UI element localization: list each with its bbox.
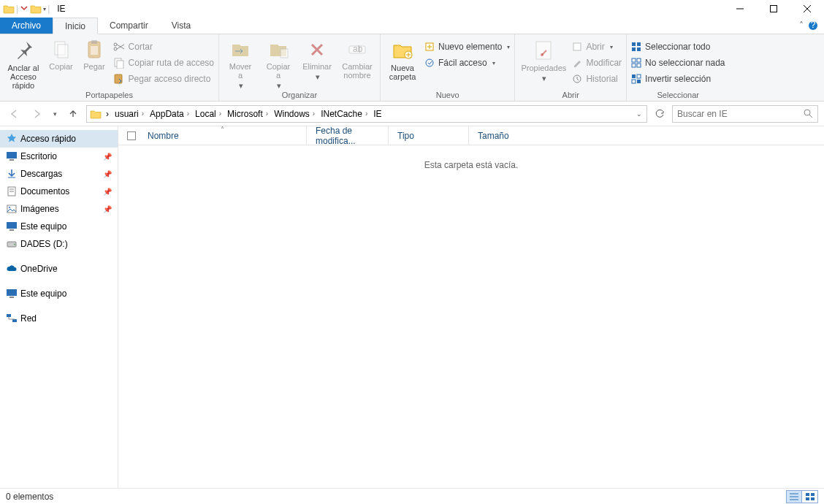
refresh-button[interactable] (652, 106, 668, 122)
invert-icon (631, 74, 641, 84)
delete-button[interactable]: Eliminar▾ (300, 37, 335, 81)
new-item-icon (424, 42, 435, 52)
group-label: Seleccionar (631, 90, 725, 99)
qat-sep: | (16, 4, 18, 14)
easy-access-button[interactable]: Fácil acceso▾ (424, 55, 510, 71)
folder-icon[interactable] (30, 4, 42, 14)
collapse-ribbon-icon[interactable]: ˄ (799, 20, 804, 31)
column-headers: Nombre Fecha de modifica... Tipo Tamaño (118, 126, 824, 145)
up-button[interactable] (64, 105, 82, 123)
search-input[interactable] (677, 109, 804, 119)
svg-rect-1 (771, 6, 777, 12)
sidebar-thispc[interactable]: Este equipo (0, 285, 118, 302)
select-all-button[interactable]: Seleccionar todo (631, 39, 725, 55)
help-icon[interactable]: ? (808, 20, 818, 31)
rename-button[interactable]: ab Cambiar nombre (339, 37, 375, 80)
select-none-button[interactable]: No seleccionar nada (631, 55, 725, 71)
svg-rect-10 (91, 46, 98, 55)
details-view-button[interactable] (786, 490, 802, 503)
cut-button[interactable]: Cortar (113, 39, 214, 55)
invert-selection-button[interactable]: Invertir selección (631, 71, 725, 87)
sidebar-documents[interactable]: Documentos📌 (0, 183, 118, 200)
sidebar-thispc-quick[interactable]: Este equipo (0, 218, 118, 235)
sidebar-desktop[interactable]: Escritorio📌 (0, 148, 118, 165)
crumb[interactable]: Windows› (271, 106, 318, 122)
svg-rect-14 (281, 49, 288, 58)
svg-rect-9 (91, 40, 97, 44)
address-bar[interactable]: › usuari› AppData› Local› Microsoft› Win… (86, 105, 647, 123)
col-size[interactable]: Tamaño (469, 126, 527, 145)
crumb[interactable]: usuari› (112, 106, 147, 122)
pin-icon: 📌 (103, 170, 112, 178)
svg-rect-12 (117, 61, 123, 69)
tab-home[interactable]: Inicio (53, 18, 98, 34)
svg-rect-26 (637, 42, 641, 46)
svg-rect-51 (7, 289, 17, 296)
open-button[interactable]: Abrir▾ (572, 39, 622, 55)
sidebar-dades[interactable]: DADES (D:) (0, 235, 118, 253)
move-to-button[interactable]: Mover a▾ (224, 37, 257, 90)
sidebar-onedrive[interactable]: OneDrive (0, 260, 118, 278)
svg-rect-28 (637, 47, 641, 51)
thumbnails-view-button[interactable] (802, 490, 818, 503)
folder-icon (3, 4, 15, 14)
group-select: Seleccionar todo No seleccionar nada Inv… (627, 34, 729, 101)
address-dropdown[interactable]: ⌄ (636, 110, 642, 118)
copy-to-button[interactable]: Copiar a▾ (262, 37, 295, 90)
search-box[interactable] (672, 105, 818, 123)
maximize-button[interactable] (757, 0, 790, 18)
close-button[interactable] (790, 0, 824, 18)
paste-button[interactable]: Pegar (80, 37, 108, 71)
svg-rect-47 (7, 222, 17, 229)
pin-quick-access-button[interactable]: Anclar al Acceso rápido (4, 37, 42, 90)
properties-button[interactable]: Propiedades▾ (519, 37, 568, 83)
col-date[interactable]: Fecha de modifica... (307, 126, 389, 145)
scissors-icon (113, 41, 125, 53)
svg-rect-33 (632, 75, 636, 78)
downloads-icon (6, 168, 18, 180)
nav-pane: Acceso rápido Escritorio📌 Descargas📌 Doc… (0, 126, 118, 488)
svg-rect-59 (806, 493, 809, 496)
crumb[interactable]: Microsoft› (224, 106, 271, 122)
crumb[interactable]: INetCache› (318, 106, 370, 122)
pin-icon (12, 39, 35, 62)
edit-button[interactable]: Modificar (572, 55, 622, 71)
qat-dropdown[interactable]: ▾ (43, 6, 46, 12)
tab-file[interactable]: Archivo (0, 18, 53, 34)
svg-rect-54 (12, 319, 17, 322)
tab-view[interactable]: Vista (160, 18, 202, 34)
group-label: Organizar (224, 90, 375, 99)
crumb-root-chev[interactable]: › (103, 106, 112, 122)
sidebar-images[interactable]: Imágenes📌 (0, 200, 118, 218)
sidebar-downloads[interactable]: Descargas📌 (0, 165, 118, 183)
svg-rect-23 (573, 43, 581, 50)
copy-path-button[interactable]: Copiar ruta de acceso (113, 55, 214, 71)
crumb[interactable]: AppData› (147, 106, 192, 122)
paste-shortcut-button[interactable]: Pegar acceso directo (113, 71, 214, 87)
onedrive-icon (6, 263, 18, 275)
new-item-button[interactable]: Nuevo elemento▾ (424, 39, 510, 55)
minimize-button[interactable] (723, 0, 757, 18)
new-folder-icon (391, 39, 414, 62)
paste-shortcut-icon (113, 73, 125, 85)
select-all-checkbox[interactable] (124, 131, 139, 140)
recent-dropdown[interactable]: ▾ (50, 105, 60, 123)
svg-point-22 (541, 53, 543, 56)
crumb[interactable]: IE (370, 106, 384, 122)
history-button[interactable]: Historial (572, 71, 622, 87)
crumb[interactable]: Local› (192, 106, 224, 122)
sidebar-network[interactable]: Red (0, 310, 118, 327)
copy-button[interactable]: Copiar (47, 37, 75, 71)
new-folder-button[interactable]: Nueva carpeta (385, 37, 420, 81)
star-icon (6, 133, 18, 145)
history-icon (572, 74, 582, 84)
main: Acceso rápido Escritorio📌 Descargas📌 Doc… (0, 126, 824, 488)
tab-share[interactable]: Compartir (98, 18, 160, 34)
back-button[interactable] (6, 105, 23, 123)
down-chevron-icon[interactable] (20, 4, 28, 13)
sidebar-quick-access[interactable]: Acceso rápido (0, 130, 118, 148)
col-name[interactable]: Nombre (139, 126, 307, 145)
window-title: IE (57, 4, 65, 14)
col-type[interactable]: Tipo (389, 126, 469, 145)
forward-button[interactable] (28, 105, 45, 123)
